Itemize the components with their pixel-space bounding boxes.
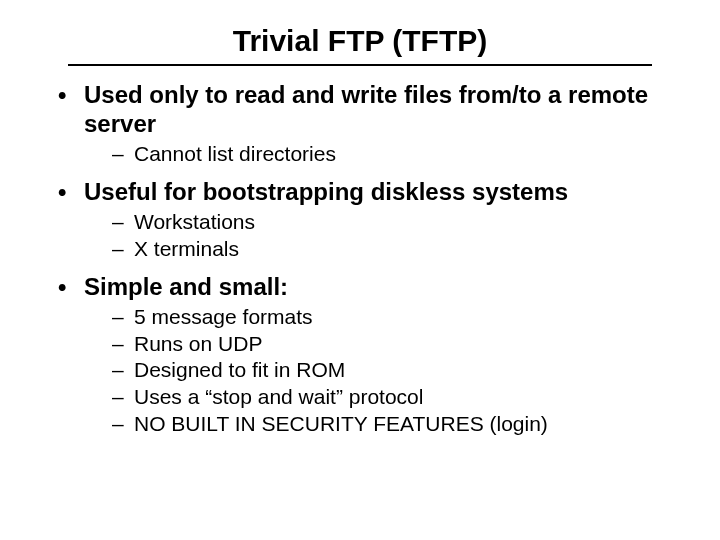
bullet-item: Useful for bootstrapping diskless system…: [58, 177, 680, 262]
bullet-text: Useful for bootstrapping diskless system…: [84, 178, 568, 205]
sub-item: X terminals: [112, 236, 680, 263]
bullet-list: Used only to read and write files from/t…: [40, 80, 680, 438]
slide-title: Trivial FTP (TFTP): [233, 24, 487, 58]
slide: Trivial FTP (TFTP) Used only to read and…: [0, 0, 720, 540]
bullet-text: Used only to read and write files from/t…: [84, 81, 648, 137]
sub-item: Cannot list directories: [112, 141, 680, 168]
sub-item: Workstations: [112, 209, 680, 236]
sub-item: Runs on UDP: [112, 331, 680, 358]
title-wrap: Trivial FTP (TFTP): [40, 24, 680, 58]
sub-list: Workstations X terminals: [84, 209, 680, 263]
title-rule: [68, 64, 652, 66]
sub-item: Uses a “stop and wait” protocol: [112, 384, 680, 411]
sub-list: 5 message formats Runs on UDP Designed t…: [84, 304, 680, 438]
sub-item: NO BUILT IN SECURITY FEATURES (login): [112, 411, 680, 438]
bullet-text: Simple and small:: [84, 273, 288, 300]
sub-list: Cannot list directories: [84, 141, 680, 168]
sub-item: 5 message formats: [112, 304, 680, 331]
sub-item: Designed to fit in ROM: [112, 357, 680, 384]
bullet-item: Simple and small: 5 message formats Runs…: [58, 272, 680, 438]
bullet-item: Used only to read and write files from/t…: [58, 80, 680, 167]
